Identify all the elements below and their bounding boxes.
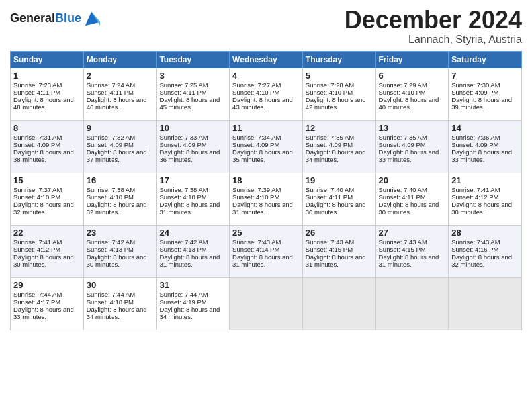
sunrise-label: Sunrise: 7:40 AM: [306, 186, 354, 193]
sunrise-label: Sunrise: 7:43 AM: [379, 238, 427, 246]
calendar-table: Sunday Monday Tuesday Wednesday Thursday…: [10, 51, 522, 330]
day-number: 3: [159, 71, 226, 81]
daylight-label: Daylight: 8 hours and 34 minutes.: [306, 148, 366, 163]
sunset-label: Sunset: 4:09 PM: [87, 141, 134, 148]
sunset-label: Sunset: 4:09 PM: [159, 141, 206, 148]
day-cell-16: 16Sunrise: 7:38 AMSunset: 4:10 PMDayligh…: [83, 173, 157, 225]
daylight-label: Daylight: 8 hours and 32 minutes.: [87, 201, 147, 216]
sunset-label: Sunset: 4:14 PM: [232, 246, 279, 253]
day-cell-14: 14Sunrise: 7:36 AMSunset: 4:09 PMDayligh…: [449, 120, 522, 173]
day-cell-22: 22Sunrise: 7:41 AMSunset: 4:12 PMDayligh…: [11, 225, 84, 277]
sunset-label: Sunset: 4:13 PM: [159, 246, 206, 253]
sunrise-label: Sunrise: 7:38 AM: [159, 186, 208, 193]
day-number: 31: [159, 280, 226, 290]
daylight-label: Daylight: 8 hours and 31 minutes.: [306, 253, 366, 268]
day-cell-10: 10Sunrise: 7:33 AMSunset: 4:09 PMDayligh…: [157, 120, 230, 173]
daylight-label: Daylight: 8 hours and 31 minutes.: [159, 201, 220, 216]
sunset-label: Sunset: 4:09 PM: [306, 141, 353, 148]
day-number: 6: [379, 71, 446, 81]
svg-marker-0: [85, 12, 100, 26]
day-number: 2: [87, 71, 154, 81]
daylight-label: Daylight: 8 hours and 39 minutes.: [451, 96, 512, 111]
day-number: 15: [13, 175, 81, 185]
day-cell-21: 21Sunrise: 7:41 AMSunset: 4:12 PMDayligh…: [449, 173, 522, 225]
day-cell-8: 8Sunrise: 7:31 AMSunset: 4:09 PMDaylight…: [11, 120, 84, 173]
sunrise-label: Sunrise: 7:25 AM: [159, 81, 208, 89]
daylight-label: Daylight: 8 hours and 30 minutes.: [379, 201, 439, 216]
sunrise-label: Sunrise: 7:23 AM: [13, 81, 62, 89]
day-cell-3: 3Sunrise: 7:25 AMSunset: 4:11 PMDaylight…: [157, 68, 230, 120]
sunset-label: Sunset: 4:15 PM: [379, 246, 426, 253]
empty-cell: [375, 277, 449, 330]
sunrise-label: Sunrise: 7:39 AM: [232, 186, 281, 193]
col-monday: Monday: [83, 51, 157, 68]
day-number: 22: [13, 228, 81, 238]
daylight-label: Daylight: 8 hours and 43 minutes.: [232, 96, 293, 111]
sunset-label: Sunset: 4:10 PM: [232, 89, 279, 96]
day-number: 16: [87, 175, 154, 185]
day-number: 8: [13, 123, 81, 133]
day-number: 20: [379, 175, 446, 185]
day-number: 11: [232, 123, 300, 133]
header: GeneralBlue December 2024 Lannach, Styri…: [10, 7, 522, 46]
daylight-label: Daylight: 8 hours and 48 minutes.: [13, 96, 74, 111]
daylight-label: Daylight: 8 hours and 32 minutes.: [13, 201, 74, 216]
sunset-label: Sunset: 4:19 PM: [159, 298, 206, 306]
day-cell-26: 26Sunrise: 7:43 AMSunset: 4:15 PMDayligh…: [302, 225, 375, 277]
col-wednesday: Wednesday: [230, 51, 303, 68]
daylight-label: Daylight: 8 hours and 35 minutes.: [232, 148, 293, 163]
calendar-week-1: 1Sunrise: 7:23 AMSunset: 4:11 PMDaylight…: [11, 68, 522, 120]
day-cell-19: 19Sunrise: 7:40 AMSunset: 4:11 PMDayligh…: [302, 173, 375, 225]
day-number: 23: [87, 228, 154, 238]
sunset-label: Sunset: 4:09 PM: [379, 141, 426, 148]
day-number: 12: [306, 123, 373, 133]
sunrise-label: Sunrise: 7:42 AM: [159, 238, 208, 246]
sunset-label: Sunset: 4:15 PM: [306, 246, 353, 253]
sunrise-label: Sunrise: 7:41 AM: [13, 238, 62, 246]
sunset-label: Sunset: 4:10 PM: [87, 193, 134, 201]
sunrise-label: Sunrise: 7:30 AM: [451, 81, 500, 89]
daylight-label: Daylight: 8 hours and 45 minutes.: [159, 96, 220, 111]
title-block: December 2024 Lannach, Styria, Austria: [345, 7, 522, 46]
daylight-label: Daylight: 8 hours and 37 minutes.: [87, 148, 147, 163]
day-cell-29: 29Sunrise: 7:44 AMSunset: 4:17 PMDayligh…: [11, 277, 84, 330]
day-cell-24: 24Sunrise: 7:42 AMSunset: 4:13 PMDayligh…: [157, 225, 230, 277]
day-cell-31: 31Sunrise: 7:44 AMSunset: 4:19 PMDayligh…: [157, 277, 230, 330]
logo-icon: [83, 9, 101, 28]
day-cell-4: 4Sunrise: 7:27 AMSunset: 4:10 PMDaylight…: [230, 68, 303, 120]
sunset-label: Sunset: 4:10 PM: [232, 193, 279, 201]
sunrise-label: Sunrise: 7:29 AM: [379, 81, 427, 89]
sunrise-label: Sunrise: 7:31 AM: [13, 134, 62, 141]
day-number: 10: [159, 123, 226, 133]
calendar-week-5: 29Sunrise: 7:44 AMSunset: 4:17 PMDayligh…: [11, 277, 522, 330]
day-number: 27: [379, 228, 446, 238]
location: Lannach, Styria, Austria: [345, 34, 522, 46]
empty-cell: [230, 277, 303, 330]
month-title: December 2024: [345, 7, 522, 34]
calendar-week-2: 8Sunrise: 7:31 AMSunset: 4:09 PMDaylight…: [11, 120, 522, 173]
daylight-label: Daylight: 8 hours and 30 minutes.: [87, 253, 147, 268]
sunrise-label: Sunrise: 7:43 AM: [232, 238, 281, 246]
day-number: 19: [306, 175, 373, 185]
day-cell-9: 9Sunrise: 7:32 AMSunset: 4:09 PMDaylight…: [83, 120, 157, 173]
logo-general: General: [10, 11, 55, 25]
day-cell-11: 11Sunrise: 7:34 AMSunset: 4:09 PMDayligh…: [230, 120, 303, 173]
daylight-label: Daylight: 8 hours and 46 minutes.: [87, 96, 147, 111]
daylight-label: Daylight: 8 hours and 38 minutes.: [13, 148, 74, 163]
day-cell-6: 6Sunrise: 7:29 AMSunset: 4:10 PMDaylight…: [375, 68, 449, 120]
sunset-label: Sunset: 4:18 PM: [87, 298, 134, 306]
day-number: 25: [232, 228, 300, 238]
sunset-label: Sunset: 4:10 PM: [306, 89, 353, 96]
col-saturday: Saturday: [449, 51, 522, 68]
day-cell-18: 18Sunrise: 7:39 AMSunset: 4:10 PMDayligh…: [230, 173, 303, 225]
sunset-label: Sunset: 4:16 PM: [451, 246, 498, 253]
header-row: Sunday Monday Tuesday Wednesday Thursday…: [11, 51, 522, 68]
day-cell-25: 25Sunrise: 7:43 AMSunset: 4:14 PMDayligh…: [230, 225, 303, 277]
daylight-label: Daylight: 8 hours and 32 minutes.: [451, 253, 512, 268]
day-number: 28: [451, 228, 519, 238]
sunset-label: Sunset: 4:09 PM: [451, 141, 498, 148]
sunrise-label: Sunrise: 7:41 AM: [451, 186, 500, 193]
calendar-week-4: 22Sunrise: 7:41 AMSunset: 4:12 PMDayligh…: [11, 225, 522, 277]
sunrise-label: Sunrise: 7:33 AM: [159, 134, 208, 141]
daylight-label: Daylight: 8 hours and 33 minutes.: [451, 148, 512, 163]
